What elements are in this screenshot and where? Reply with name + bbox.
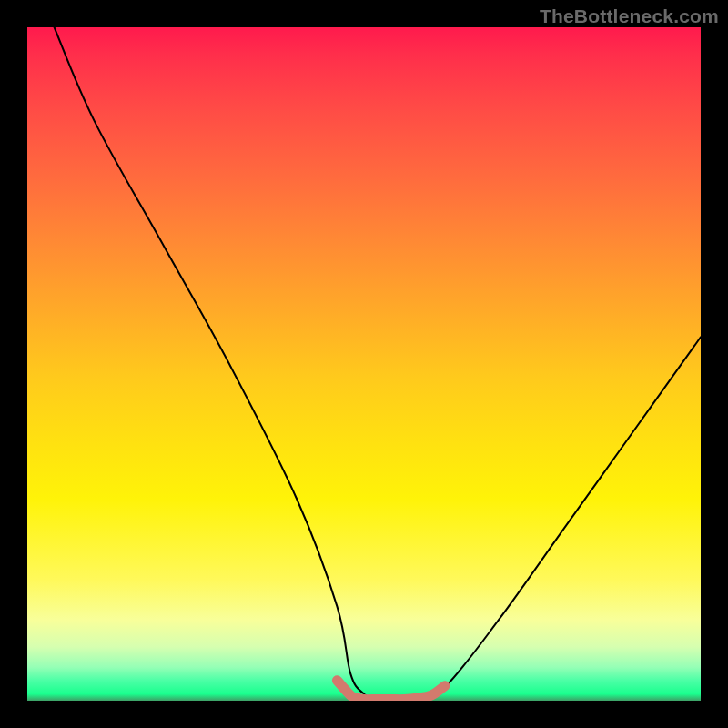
- watermark-text: TheBottleneck.com: [540, 5, 719, 27]
- curve-layer: [27, 27, 701, 701]
- chart-frame: [0, 0, 728, 728]
- bottleneck-curve: [55, 27, 701, 701]
- plot-area: [27, 27, 701, 701]
